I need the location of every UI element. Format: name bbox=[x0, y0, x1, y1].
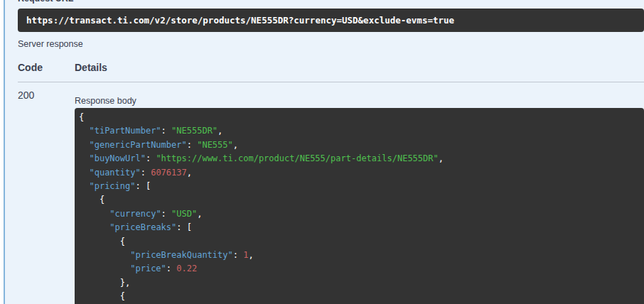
code-line: "tiPartNumber": "NE555DR", bbox=[79, 124, 644, 138]
code-column-header: Code bbox=[18, 62, 43, 73]
request-url-box: https://transact.ti.com/v2/store/product… bbox=[18, 9, 644, 32]
code-line: "pricing": [ bbox=[79, 180, 644, 193]
code-line: "quantity": 6076137, bbox=[79, 166, 644, 180]
code-line: { bbox=[79, 290, 644, 303]
code-line: "currency": "USD", bbox=[79, 207, 644, 221]
code-line: { bbox=[79, 235, 644, 249]
server-response-heading: Server response bbox=[18, 39, 83, 49]
response-status-code: 200 bbox=[18, 89, 34, 101]
code-line: { bbox=[79, 193, 644, 207]
swagger-operation-panel: Request URL https://transact.ti.com/v2/s… bbox=[4, 0, 644, 304]
code-line: { bbox=[79, 111, 644, 124]
code-line: "priceBreakQuantity": 1, bbox=[79, 249, 644, 262]
code-line: "genericPartNumber": "NE555", bbox=[79, 139, 644, 152]
code-line: }, bbox=[79, 276, 644, 290]
request-url-value: https://transact.ti.com/v2/store/product… bbox=[26, 15, 454, 26]
details-column-header: Details bbox=[75, 62, 107, 73]
table-header-divider bbox=[18, 82, 644, 82]
code-line: "price": 0.22 bbox=[79, 262, 644, 276]
request-url-heading: Request URL bbox=[18, 0, 73, 4]
response-body-code: { "tiPartNumber": "NE555DR", "genericPar… bbox=[75, 108, 644, 304]
response-body-label: Response body bbox=[75, 96, 136, 106]
code-line: "priceBreaks": [ bbox=[79, 221, 644, 234]
code-line: "buyNowUrl": "https://www.ti.com/product… bbox=[79, 152, 644, 165]
